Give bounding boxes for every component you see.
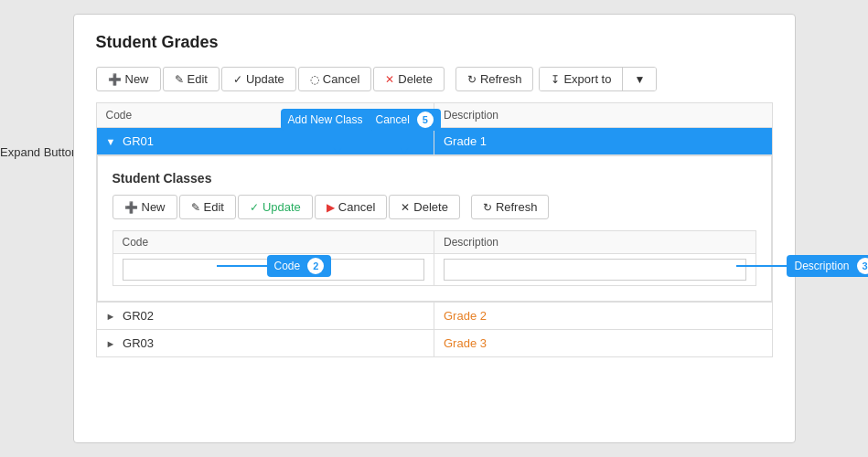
sub-new-button[interactable]: ➕ New xyxy=(113,195,177,219)
expand-arrow-icon[interactable]: ▼ xyxy=(106,136,116,147)
sub-table: Code Description xyxy=(113,230,756,286)
sub-description-input-cell xyxy=(434,254,756,286)
edit-icon: ✎ xyxy=(191,201,200,214)
refresh-icon: ↻ xyxy=(467,73,477,86)
main-toolbar: ➕ New ✎ Edit ✓ Update ◌ Cancel ✕ Delete … xyxy=(96,67,773,91)
cancel-icon: ◌ xyxy=(310,73,319,86)
export-group: ↧ Export to ▼ xyxy=(539,67,657,91)
row-code-cell: ► GR02 xyxy=(96,303,434,330)
sub-update-button[interactable]: ✓ Update xyxy=(238,195,313,219)
refresh-button[interactable]: ↻ Refresh xyxy=(455,67,534,91)
sub-cancel-button[interactable]: ▶ Cancel xyxy=(315,195,387,219)
check-icon: ✓ xyxy=(233,73,242,86)
plus-icon: ➕ xyxy=(124,201,138,214)
sub-table-header-row: Code Description xyxy=(113,231,755,254)
sub-panel-title: Student Classes xyxy=(113,171,756,186)
expand-arrow-icon[interactable]: ► xyxy=(106,311,116,322)
export-button[interactable]: ↧ Export to xyxy=(540,68,623,90)
main-panel: Student Grades ➕ New ✎ Edit ✓ Update ◌ C… xyxy=(73,14,796,443)
delete-icon: ✕ xyxy=(401,201,410,214)
check-icon: ✓ xyxy=(250,201,259,214)
chevron-down-icon: ▼ xyxy=(634,73,645,86)
row-code-cell: ► GR03 xyxy=(96,330,434,357)
sub-col-description-header: Description xyxy=(434,231,756,254)
plus-icon: ➕ xyxy=(108,73,122,86)
sub-delete-button[interactable]: ✕ Delete xyxy=(389,195,460,219)
row-description-cell: Grade 1 xyxy=(434,128,773,155)
sub-panel: Student Classes ➕ New ✎ Edit xyxy=(97,155,772,302)
sub-table-row xyxy=(113,254,755,286)
description-annotation: Description 3 xyxy=(736,255,868,277)
sub-refresh-button[interactable]: ↻ Refresh xyxy=(471,195,550,219)
sub-edit-button[interactable]: ✎ Edit xyxy=(179,195,236,219)
edit-button[interactable]: ✎ Edit xyxy=(163,67,220,91)
cancel-button[interactable]: ◌ Cancel xyxy=(298,67,371,91)
code-annotation: Code 2 xyxy=(217,255,332,277)
delete-icon: ✕ xyxy=(385,73,394,86)
grades-table: Code Description ▼ GR01 Grade 1 xyxy=(96,102,773,357)
new-button[interactable]: ➕ New xyxy=(96,67,161,91)
refresh-icon: ↻ xyxy=(483,201,492,214)
expand-button-label: Expand Button xyxy=(0,145,78,159)
table-row[interactable]: ► GR02 Grade 2 xyxy=(96,303,772,330)
row-description-cell: Grade 3 xyxy=(434,330,773,357)
expand-arrow-icon[interactable]: ► xyxy=(106,338,116,349)
sub-col-code-header: Code xyxy=(113,231,434,254)
page-title: Student Grades xyxy=(96,33,773,52)
sub-panel-row: Student Classes ➕ New ✎ Edit xyxy=(96,155,772,303)
sub-description-input[interactable] xyxy=(444,259,746,281)
col-description-header: Description xyxy=(434,103,773,128)
row-description-cell: Grade 2 xyxy=(434,303,773,330)
delete-button[interactable]: ✕ Delete xyxy=(373,67,445,91)
table-row[interactable]: ► GR03 Grade 3 xyxy=(96,330,772,357)
cancel-annotation: Cancel 5 xyxy=(369,109,441,154)
cancel-icon: ▶ xyxy=(327,201,335,214)
sub-toolbar: ➕ New ✎ Edit ✓ Update xyxy=(113,195,756,219)
export-icon: ↧ xyxy=(551,73,560,86)
export-dropdown-button[interactable]: ▼ xyxy=(623,68,656,90)
edit-icon: ✎ xyxy=(175,73,184,86)
update-button[interactable]: ✓ Update xyxy=(221,67,296,91)
